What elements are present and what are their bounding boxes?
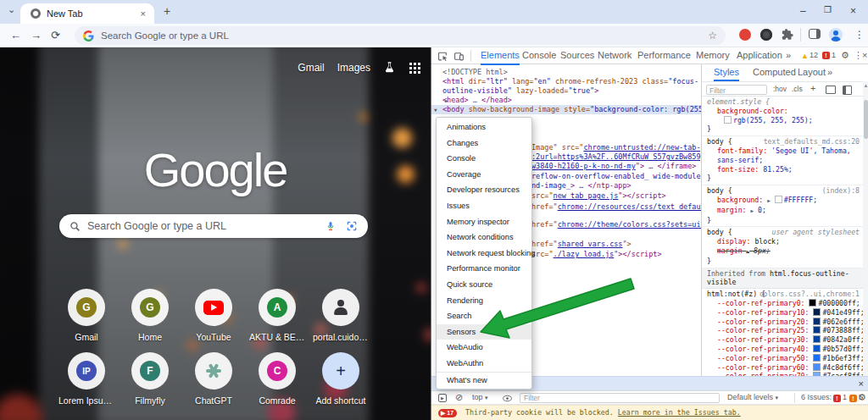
labs-flask-icon[interactable] <box>383 61 396 74</box>
menu-item-changes[interactable]: Changes <box>437 135 531 152</box>
window-restore-button[interactable]: ❐ <box>824 5 832 14</box>
styles-filter-input[interactable]: Filter <box>706 85 767 95</box>
tab-performance[interactable]: Performance <box>637 47 691 64</box>
issues-counter[interactable]: 6 Issues: <box>801 393 832 401</box>
color-swatch[interactable] <box>724 116 732 124</box>
lens-icon[interactable] <box>346 220 358 232</box>
console-context-selector[interactable]: top ▾ <box>472 393 488 401</box>
css-var-row[interactable]: --color-ref-primary40: #0b57d0ff; <box>707 345 860 354</box>
css-var-row[interactable]: --color-ref-primary25: #073888ff; <box>707 326 860 335</box>
css-var-row[interactable]: --color-ref-primary30: #0842a0ff; <box>707 335 860 345</box>
issues-tab-link[interactable]: Learn more in the Issues tab. <box>618 408 741 417</box>
color-swatch[interactable] <box>813 326 821 334</box>
more-style-tabs-icon[interactable]: » <box>827 64 832 80</box>
tab-elements[interactable]: Elements <box>481 47 520 65</box>
sidebar-layout-icon[interactable] <box>843 86 852 95</box>
code-line-body-selected[interactable]: ▼<body show-background-image style="back… <box>431 105 701 114</box>
menu-item-developer-resources[interactable]: Developer resources <box>437 182 531 198</box>
address-bar[interactable]: Search Google or type a URL ☆ <box>75 26 726 45</box>
images-link[interactable]: Images <box>337 62 370 74</box>
browser-menu-icon[interactable]: ⋮ <box>854 30 865 40</box>
stylesheet-link[interactable]: text_defaults_md.css:20 <box>764 137 860 146</box>
ntp-search-box[interactable]: Search Google or type a URL <box>59 214 368 238</box>
tab-search-icon[interactable]: ⌄ <box>8 5 15 14</box>
css-rule-body-index[interactable]: body {(index):8 background: ▶ #FFFFFF; m… <box>702 185 863 227</box>
add-shortcut-button[interactable]: + Add shortcut <box>313 352 369 406</box>
warning-icon[interactable]: ▲ <box>801 52 809 60</box>
menu-item-quick-source[interactable]: Quick source <box>437 277 531 293</box>
more-tabs-icon[interactable]: » <box>786 47 791 64</box>
code-line-head[interactable]: ▶<head> … </head> <box>442 96 701 105</box>
tab-new-tab[interactable]: New Tab × <box>20 3 154 24</box>
side-panel-icon[interactable] <box>809 29 821 39</box>
code-line-doctype[interactable]: <!DOCTYPE html> <box>442 68 701 77</box>
code-line-html[interactable]: <html dir="ltr" lang="en" chrome-refresh… <box>442 77 701 96</box>
color-swatch[interactable] <box>813 363 821 371</box>
error-icon[interactable]: ! <box>822 52 830 59</box>
menu-item-webaudio[interactable]: WebAudio <box>437 340 531 356</box>
shortcut-gmail[interactable]: G Gmail <box>58 289 114 342</box>
tab-close-icon[interactable]: × <box>141 8 146 19</box>
shortcut-chatgpt[interactable]: ChatGPT <box>186 352 242 406</box>
window-close-button[interactable]: × <box>850 5 856 17</box>
shortcut-portal-cuidol[interactable]: portal.cuidol.in <box>313 289 369 342</box>
menu-item-webauthn[interactable]: WebAuthn <box>437 356 531 372</box>
console-sidebar-icon[interactable]: ▶ <box>438 394 447 402</box>
console-settings-gear-icon[interactable]: ⚙ <box>858 392 866 403</box>
css-rule-html-not[interactable]: html:not(#z) {colors.css?..ui,chrome:1 -… <box>702 289 863 376</box>
color-swatch[interactable] <box>813 345 821 352</box>
stylesheet-link[interactable]: (index):8 <box>822 186 860 196</box>
scroll-up-icon[interactable]: ▲ <box>864 83 868 88</box>
menu-item-network-conditions[interactable]: Network conditions <box>437 229 531 246</box>
bookmark-star-icon[interactable]: ☆ <box>708 30 717 41</box>
color-swatch[interactable] <box>775 196 782 203</box>
ntp-search-input[interactable]: Search Google or type a URL <box>87 220 326 232</box>
css-var-row[interactable]: --color-ref-primary60: #4c8df6ff; <box>707 363 860 373</box>
new-tab-button[interactable]: + <box>164 5 170 17</box>
css-var-row[interactable]: --color-ref-primary50: #1b6ef3ff; <box>707 354 860 363</box>
apps-grid-icon[interactable] <box>409 62 420 74</box>
device-toolbar-icon[interactable] <box>453 51 465 62</box>
shortcut-lorem-ipsum[interactable]: IP Lorem Ipsum... <box>58 352 114 406</box>
new-style-rule-button[interactable]: + <box>810 83 815 93</box>
live-expression-eye-icon[interactable] <box>503 395 512 402</box>
extensions-puzzle-icon[interactable] <box>781 28 793 41</box>
css-var-row[interactable]: --color-ref-primary10: #041e49ff; <box>707 308 860 318</box>
tab-application[interactable]: Application <box>737 47 782 64</box>
reload-icon[interactable]: ⟳ <box>51 30 60 41</box>
tab-styles[interactable]: Styles <box>714 64 739 81</box>
notification-close-icon[interactable]: × <box>859 379 864 389</box>
address-input[interactable]: Search Google or type a URL <box>101 30 708 41</box>
color-swatch[interactable] <box>813 354 821 362</box>
shortcut-home[interactable]: G Home <box>122 289 178 342</box>
settings-gear-icon[interactable]: ⚙ <box>841 50 849 61</box>
extension-aperture-icon[interactable] <box>760 29 772 41</box>
shortcut-aktu[interactable]: A AKTU & BEU... <box>249 289 305 342</box>
menu-item-memory-inspector[interactable]: Memory inspector <box>437 214 531 230</box>
css-rule-element-style[interactable]: element.style { background-color: rgb(25… <box>702 97 863 136</box>
tab-layout[interactable]: Layout <box>798 64 826 80</box>
shortcut-comrade[interactable]: C Comrade <box>249 352 305 406</box>
menu-item-console[interactable]: Console <box>437 151 531 167</box>
computed-panel-icon[interactable] <box>826 86 836 94</box>
inspect-element-icon[interactable] <box>437 51 448 62</box>
window-minimize-button[interactable]: – <box>800 5 806 17</box>
menu-item-coverage[interactable]: Coverage <box>437 167 531 183</box>
css-var-row[interactable]: --color-ref-primary0: #000000ff; <box>707 299 860 308</box>
tab-console[interactable]: Console <box>522 47 556 64</box>
styles-scrollbar[interactable]: ▲ <box>863 81 868 376</box>
menu-item-search[interactable]: Search <box>437 308 531 324</box>
color-swatch[interactable] <box>809 299 816 307</box>
extension-red-icon[interactable] <box>739 29 751 41</box>
css-var-row[interactable]: --color-ref-primary20: #062e6fff; <box>707 318 860 327</box>
menu-item-issues[interactable]: Issues <box>437 198 531 214</box>
css-rule-body-defaults[interactable]: body {text_defaults_md.css:20 font-famil… <box>702 136 863 185</box>
forward-icon[interactable]: → <box>31 30 42 41</box>
mic-icon[interactable] <box>326 220 336 232</box>
shortcut-filmyfly[interactable]: F Filmyfly <box>122 352 178 406</box>
tab-network[interactable]: Network <box>598 47 632 64</box>
devtools-close-icon[interactable]: × <box>862 50 867 60</box>
stylesheet-link[interactable]: colors.css?..ui,chrome:1 <box>760 290 860 299</box>
toggle-hover-button[interactable]: :hov <box>773 85 787 93</box>
profile-avatar[interactable] <box>829 28 843 41</box>
